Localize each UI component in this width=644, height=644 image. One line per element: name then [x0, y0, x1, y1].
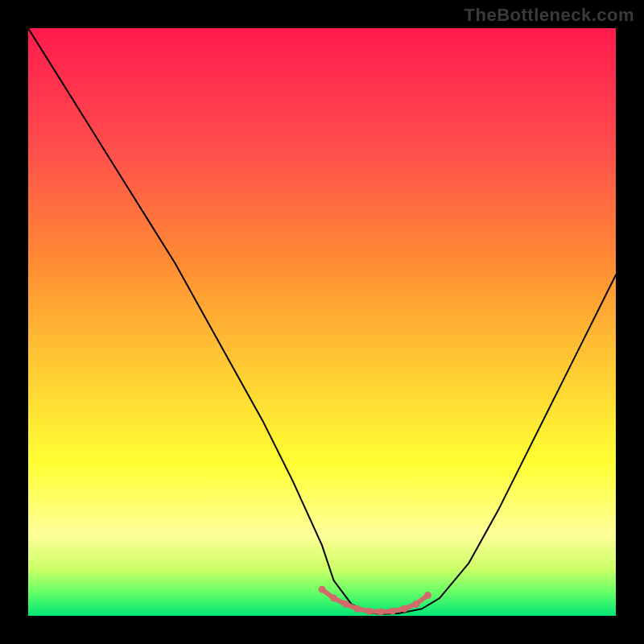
optimal-zone-marker-point: [330, 595, 337, 602]
optimal-zone-marker-point: [412, 601, 419, 608]
optimal-zone-marker-point: [319, 586, 326, 593]
optimal-zone-marker-point: [401, 605, 408, 613]
bottleneck-chart: [28, 28, 616, 616]
chart-frame: TheBottleneck.com: [0, 0, 644, 644]
optimal-zone-marker-point: [353, 605, 361, 613]
optimal-zone-marker-point: [389, 608, 396, 615]
optimal-zone-marker-point: [378, 608, 385, 615]
optimal-zone-marker-point: [365, 608, 373, 615]
watermark-text: TheBottleneck.com: [464, 5, 634, 26]
optimal-zone-marker-point: [424, 592, 431, 599]
gradient-background: [28, 28, 616, 616]
optimal-zone-marker-point: [342, 601, 349, 608]
plot-area: [28, 28, 616, 616]
